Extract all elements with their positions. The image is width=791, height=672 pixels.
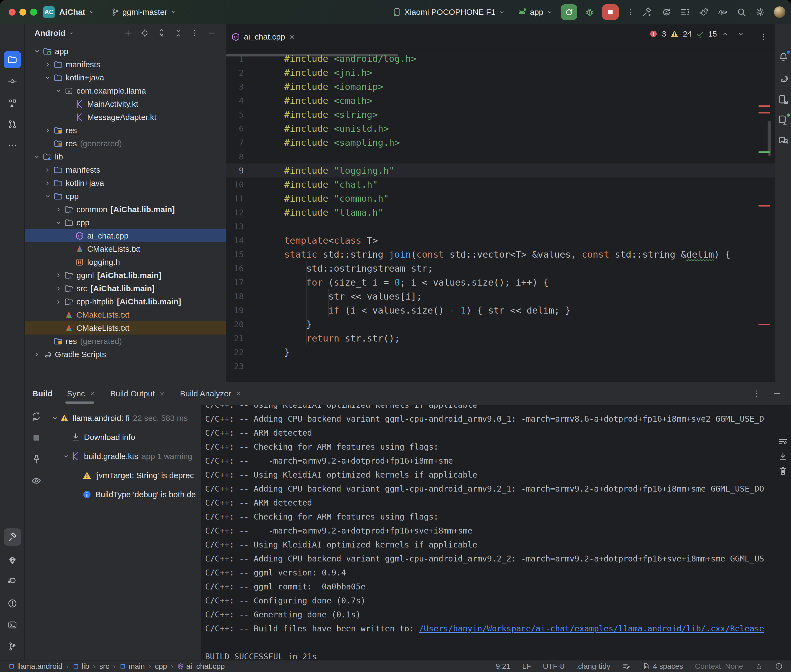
tree-item-ai-chat-cpp[interactable]: C+ ai_chat.cpp — [25, 229, 226, 242]
hide-build-panel-button[interactable] — [772, 389, 781, 398]
chevron-down-icon[interactable] — [51, 414, 59, 422]
expand-all-button[interactable] — [157, 29, 166, 38]
avatar[interactable] — [774, 6, 786, 18]
tree-item-res[interactable]: res(generated) — [25, 137, 226, 150]
chevron-right-icon[interactable] — [43, 126, 52, 135]
inspections-widget[interactable]: 3 24 15 — [649, 27, 746, 40]
chevron-down-icon[interactable] — [54, 218, 63, 227]
tree-item-ggml[interactable]: ggml[AiChat.lib.main] — [25, 269, 226, 282]
tree-item-cpp[interactable]: cpp — [25, 216, 226, 229]
code-line-17[interactable]: 17 for (size_t i = 0; i < values.size();… — [226, 275, 775, 290]
code-line-7[interactable]: 7 #include <sampling.h> — [226, 136, 775, 149]
scroll-to-end-button[interactable] — [778, 451, 788, 462]
search-everywhere-button[interactable] — [736, 7, 747, 18]
build-tab-sync[interactable]: Sync — [67, 382, 96, 405]
project-view-selector[interactable]: Android — [34, 29, 75, 38]
breadcrumb-item[interactable]: lib — [72, 662, 89, 670]
debug-button[interactable] — [584, 7, 595, 18]
tree-item-logging-h[interactable]: logging.h — [25, 256, 226, 269]
build-tree-item[interactable]: 'jvmTarget: String' is deprec — [48, 466, 194, 485]
build-tab-build-analyzer[interactable]: Build Analyzer — [180, 382, 242, 405]
status-item-encoding[interactable]: UTF-8 — [543, 662, 564, 670]
tree-item-kotlin-java[interactable]: kotlin+java — [25, 176, 226, 190]
build-tree-item[interactable]: Download info — [48, 427, 135, 446]
tool-window-logcat[interactable] — [4, 573, 21, 590]
chevron-right-icon[interactable] — [54, 271, 63, 280]
tree-item-mainactivity-kt[interactable]: MainActivity.kt — [25, 98, 226, 110]
tool-window-project[interactable] — [4, 51, 21, 68]
build-tree-item[interactable]: build.gradle.ktsapp 1 warning — [48, 446, 192, 466]
tree-item-lib[interactable]: lib — [25, 150, 226, 163]
status-item-indentation[interactable]: 4 spaces — [642, 662, 683, 670]
inspect-button[interactable] — [30, 475, 42, 486]
tree-item-cpp-httplib[interactable]: cpp-httplib[AiChat.lib.main] — [25, 295, 226, 308]
rerun-button[interactable] — [561, 4, 577, 20]
stop-sync-button[interactable] — [30, 432, 42, 443]
locate-file-button[interactable] — [140, 29, 149, 38]
console-path-link[interactable]: /Users/hanyin/Workspace/ai-chat/examples… — [419, 624, 764, 633]
close-tab-icon[interactable] — [89, 390, 96, 397]
build-console[interactable]: C/C++: -- Using KleidiAI optimized kerne… — [201, 405, 791, 660]
status-item-code-style[interactable] — [622, 662, 631, 670]
tree-item-cmakelists-txt[interactable]: CMakeLists.txt — [25, 322, 226, 334]
tree-item-com-example-llama[interactable]: com.example.llama — [25, 84, 226, 98]
build-tab-build-output[interactable]: Build Output — [110, 382, 165, 405]
status-item-clang-tidy[interactable]: .clang-tidy — [576, 662, 610, 670]
tool-window-terminal[interactable] — [4, 616, 21, 634]
build-options-button[interactable] — [752, 389, 761, 398]
editor-vertical-scrollbar[interactable] — [768, 121, 771, 156]
run-config-selector[interactable]: app — [517, 7, 554, 17]
code-line-4[interactable]: 4 #include <cmath> — [226, 94, 775, 107]
tool-window-app-quality-insights[interactable] — [4, 552, 21, 569]
more-run-options-button[interactable] — [626, 8, 635, 17]
code-line-19[interactable]: 19 if (i < values.size() - 1) { str << d… — [226, 303, 775, 317]
chevron-right-icon[interactable] — [43, 60, 52, 69]
chevron-down-icon[interactable] — [43, 73, 52, 82]
code-line-12[interactable]: 12 #include "llama.h" — [226, 205, 775, 219]
chevron-right-icon[interactable] — [32, 350, 42, 359]
tool-window-running-devices[interactable] — [778, 114, 789, 126]
code-editor[interactable]: 1 #include <android/log.h> 2 #include <j… — [226, 50, 775, 382]
code-line-8[interactable]: 8 — [226, 149, 775, 163]
code-line-10[interactable]: 10 #include "chat.h" — [226, 178, 775, 192]
code-line-6[interactable]: 6 #include <unistd.h> — [226, 122, 775, 136]
chevron-right-icon[interactable] — [43, 165, 52, 174]
status-item-line-separator[interactable]: LF — [522, 662, 531, 670]
project-selector[interactable]: AiChat — [59, 8, 96, 17]
device-selector[interactable]: Xiaomi POCOPHONE F1 — [392, 7, 506, 17]
code-line-23[interactable]: 23 — [226, 359, 775, 373]
breadcrumb-item[interactable]: llama.android — [8, 662, 63, 670]
code-line-13[interactable]: 13 — [226, 219, 775, 234]
chevron-right-icon[interactable] — [54, 284, 63, 293]
breadcrumb-item[interactable]: src — [99, 662, 109, 670]
tree-item-cpp[interactable]: cpp — [25, 190, 226, 203]
tree-item-cmakelists-txt[interactable]: CMakeLists.txt — [25, 308, 226, 322]
tool-window-problems[interactable] — [4, 595, 21, 612]
profiler-button[interactable] — [698, 7, 709, 18]
tree-item-manifests[interactable]: manifests — [25, 58, 226, 71]
chevron-down-icon[interactable] — [62, 452, 71, 461]
editor-options-button[interactable] — [759, 32, 768, 42]
chevron-right-icon[interactable] — [43, 179, 52, 188]
code-line-11[interactable]: 11 #include "common.h" — [226, 192, 775, 205]
code-line-3[interactable]: 3 #include <iomanip> — [226, 80, 775, 94]
tool-window-structure[interactable] — [4, 94, 21, 112]
chevron-right-icon[interactable] — [54, 297, 63, 306]
tool-window-pull-requests[interactable] — [4, 116, 21, 133]
build-tree-item[interactable]: BuildType 'debug' is both de — [48, 485, 196, 504]
tool-window-notifications[interactable] — [778, 51, 789, 63]
close-window-button[interactable] — [9, 9, 16, 16]
stop-button[interactable] — [602, 4, 619, 20]
hide-panel-button[interactable] — [207, 29, 216, 38]
tree-item-res[interactable]: res(generated) — [25, 334, 226, 348]
todo-list-button[interactable] — [680, 7, 690, 18]
tool-window-device-manager[interactable] — [778, 94, 789, 106]
status-item-caret-position[interactable]: 9:21 — [496, 662, 510, 670]
close-tab-icon[interactable] — [159, 390, 165, 397]
tree-item-manifests[interactable]: manifests — [25, 163, 226, 176]
collapse-all-button[interactable] — [173, 29, 183, 38]
add-button[interactable] — [124, 29, 133, 38]
soft-wrap-button[interactable] — [778, 437, 788, 447]
options-button[interactable] — [190, 29, 199, 38]
code-line-16[interactable]: 16 std::ostringstream str; — [226, 261, 775, 275]
